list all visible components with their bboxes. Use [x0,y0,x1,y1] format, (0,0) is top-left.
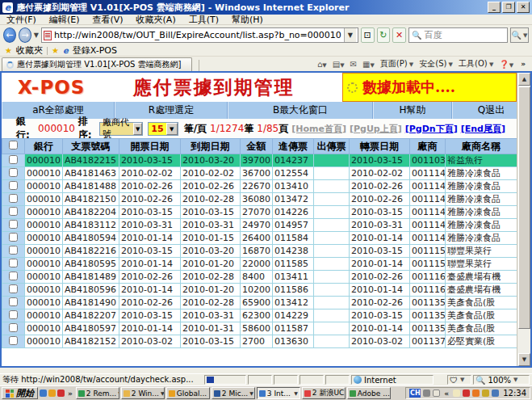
table-row[interactable]: 000010AB41814902010-02-262010-02-2865900… [2,297,517,309]
table-row[interactable]: 000010AB41805942010-01-142010-01-1526400… [2,232,517,245]
taskbar-button-dropdown-icon[interactable]: ▼ [161,390,165,396]
taskbar-button[interactable]: Global... [166,387,210,399]
help-tray-icon[interactable] [433,389,440,397]
stop-button[interactable]: ✕ [392,27,406,43]
tray-icon[interactable] [453,389,460,397]
row-checkbox[interactable] [9,284,18,293]
menu-edit[interactable]: 編輯(E) [49,14,80,26]
row-checkbox[interactable] [9,207,18,216]
protected-mode-panel[interactable]: 🛡▼ [447,375,471,385]
browser-tab[interactable]: 應付票據到期管理 V1.01[X-POS 雲端商務網] [2,57,192,71]
tray-icon[interactable] [482,389,489,397]
start-button[interactable]: 開始 [2,387,38,399]
tray-chevron-icon[interactable]: « [444,389,449,398]
mail-icon[interactable]: ✉ [350,60,357,69]
address-dropdown-icon[interactable]: ▼ [344,28,356,42]
quick-launch-icon[interactable] [40,389,47,397]
maximize-button[interactable]: ❐ [502,2,515,13]
nav-end-link[interactable]: [End尾頁] [461,123,505,135]
menu-maximize-window[interactable]: B最大化窗口 [228,102,373,119]
row-checkbox[interactable] [9,168,18,177]
scrollbar-thumb[interactable] [518,86,530,329]
help-icon[interactable]: ❓▼ [499,60,513,69]
add-favorite-icon[interactable]: ★ [52,46,59,55]
safety-menu-button[interactable]: 安全(S) ▼ [419,58,453,69]
taskbar-button[interactable]: 3 Int...▼ [257,387,300,399]
minimize-button[interactable]: _ [488,2,501,13]
page-size-arrow-icon[interactable]: ▼ [166,123,178,135]
feeds-icon[interactable]: ▤▼ [333,60,345,69]
sort-select-arrow-icon[interactable]: ▼ [133,123,142,135]
chevron-more-icon[interactable]: » [521,60,526,68]
nav-pgdn-link[interactable]: [PgDn下頁] [405,123,458,135]
row-checkbox[interactable] [9,155,18,164]
menu-view[interactable]: 查看(V) [92,14,123,26]
table-row[interactable]: 000010AB41814892010-02-262010-02-2884000… [2,271,517,284]
taskbar-button-dropdown-icon[interactable]: ▼ [249,390,253,396]
quick-launch-icon[interactable] [48,389,56,397]
row-checkbox[interactable] [9,336,18,345]
tray-icon[interactable] [472,389,480,397]
favorites-label[interactable]: 收藏夾 [16,44,43,57]
taskbar-button[interactable]: 2 新浪UC▼ [302,387,346,399]
address-bar[interactable]: http://win2008/tw/OUT_Bill/ExpireAccount… [41,27,358,43]
table-row[interactable]: 000010AB41822162010-03-152010-03-2016870… [2,245,517,258]
table-row[interactable]: 000010AB41831122010-03-312010-03-3124970… [2,219,517,232]
table-row[interactable]: 000010AB41821522010-03-022010-03-1527000… [2,335,517,348]
row-checkbox[interactable] [9,233,18,242]
taskbar-button[interactable]: Adobe ... [347,387,391,399]
row-checkbox[interactable] [9,259,18,267]
sort-select[interactable]: 廠商代號▼ [99,122,143,136]
vertical-scrollbar[interactable]: ▲ ▼ [517,73,530,366]
row-checkbox[interactable] [9,194,18,203]
tray-icon[interactable] [492,389,499,397]
select-all-checkbox[interactable] [9,141,18,149]
tray-icon[interactable] [463,389,470,397]
favorite-link[interactable]: 登錄X-POS [73,44,117,57]
table-row[interactable]: 000010AB41821502010-02-262010-02-2836080… [2,193,517,206]
menu-tools[interactable]: 工具(T) [189,14,219,26]
printer-tray-icon[interactable] [423,389,430,397]
compatibility-view-button[interactable]: ⊡ [361,27,375,43]
taskbar-button[interactable]: 2 Mic...▼ [212,387,255,399]
menu-help[interactable]: H幫助 [373,102,452,119]
page-menu-button[interactable]: 頁面(P) ▼ [380,58,413,69]
print-icon[interactable]: ▦▼ [362,60,375,69]
refresh-button[interactable]: ↻ [377,27,391,43]
table-row[interactable]: 000010AB41822042010-03-152010-03-1527070… [2,206,517,219]
quick-launch-icon[interactable] [57,389,65,397]
close-button[interactable]: ✕ [517,2,530,13]
row-checkbox[interactable] [9,181,18,190]
back-button[interactable]: ← [3,27,16,43]
forward-button[interactable]: → [19,27,31,43]
search-go-button[interactable]: 🔍 ▼ [510,27,529,43]
taskbar-button[interactable]: 2 Win...▼ [121,387,165,399]
scroll-down-icon[interactable]: ▼ [518,353,530,366]
quick-launch-chevron-icon[interactable]: » [68,389,73,398]
scroll-up-icon[interactable]: ▲ [518,73,530,86]
table-row[interactable]: 000010AB41805972010-01-142010-01-3158600… [2,322,517,335]
table-row[interactable]: 000010AB41814882010-02-262010-02-2622670… [2,180,517,193]
page-size-select[interactable]: 15▼ [148,122,178,136]
tools-menu-button[interactable]: 工具(O) ▼ [459,58,493,69]
table-row[interactable]: 000010AB41814632010-02-022010-02-0236700… [2,167,517,180]
table-row[interactable]: 000010AB41805962010-01-142010-01-2010200… [2,284,517,297]
language-indicator[interactable]: CH [409,389,421,398]
table-row[interactable]: 000010AB41822152010-03-152010-03-2039700… [2,154,517,167]
address-url[interactable]: http://win2008/tw/OUT_Bill/ExpireAccount… [54,30,341,40]
row-checkbox[interactable] [9,297,18,306]
menu-favorites[interactable]: 收藏夾(A) [136,14,176,26]
menu-file[interactable]: 文件(F) [6,14,36,26]
row-checkbox[interactable] [9,323,18,332]
row-checkbox[interactable] [9,310,18,319]
menu-process-selected[interactable]: R處理選定 [115,102,228,119]
history-dropdown-icon[interactable]: ▼ [34,32,39,39]
row-checkbox[interactable] [9,272,18,280]
taskbar-button-dropdown-icon[interactable]: ▼ [118,390,119,396]
zoom-control[interactable]: 🔍 100% ▼ [473,375,530,385]
row-checkbox[interactable] [9,220,18,229]
table-row[interactable]: 000010AB41805952010-01-142010-01-2022000… [2,258,517,271]
menu-help[interactable]: 幫助(H) [232,14,263,26]
search-box[interactable]: 🔍 百度 [408,27,508,43]
taskbar-button-dropdown-icon[interactable]: ▼ [294,390,298,396]
